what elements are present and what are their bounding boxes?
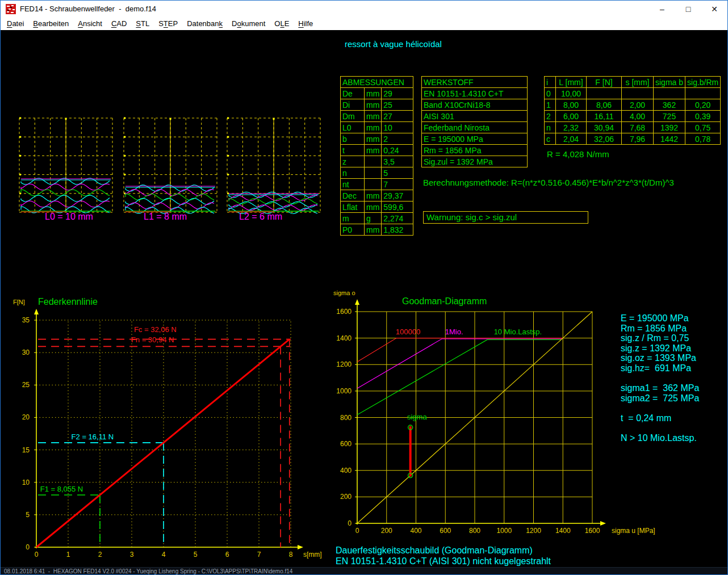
minimize-button[interactable]: – bbox=[649, 1, 675, 18]
calc-value-line bbox=[621, 403, 699, 413]
svg-text:15: 15 bbox=[22, 446, 30, 454]
spring-drawing-l0 bbox=[19, 118, 112, 212]
svg-text:1400: 1400 bbox=[336, 334, 352, 342]
results-row: c2,0432,067,9614420,78 bbox=[545, 133, 721, 145]
spring-label-l2: L2 = 6 mm bbox=[239, 212, 282, 222]
window-title: FED14 - Schraubenwellfeder - demo.f14 bbox=[20, 5, 156, 13]
maximize-button[interactable]: □ bbox=[675, 1, 701, 18]
client-area: ressort à vague hélicoïdal L0 = 10 mm L1… bbox=[1, 30, 727, 567]
svg-text:1Mio.: 1Mio. bbox=[445, 328, 463, 336]
menu-item-datei[interactable]: Datei bbox=[2, 18, 28, 30]
footer-caption: Dauerfestigkeitsschaubild (Goodman-Diagr… bbox=[336, 545, 551, 566]
svg-text:5: 5 bbox=[26, 511, 30, 519]
svg-text:400: 400 bbox=[340, 467, 352, 475]
abmessungen-row: nt7 bbox=[341, 179, 413, 190]
drawing-heading: ressort à vague hélicoïdal bbox=[345, 39, 442, 49]
svg-text:600: 600 bbox=[440, 527, 451, 535]
abmessungen-row: bmm2 bbox=[341, 133, 413, 145]
calc-value-line: sig.z / Rm = 0,75 bbox=[621, 333, 699, 343]
window-controls: – □ ✕ bbox=[649, 1, 727, 18]
abmessungen-row: Dimm25 bbox=[341, 99, 413, 111]
svg-text:200: 200 bbox=[340, 493, 352, 501]
abmessungen-row: tmm0,24 bbox=[341, 145, 413, 156]
calculation-values: E = 195000 MPaRm = 1856 MPasig.z / Rm = … bbox=[621, 313, 699, 443]
svg-text:0: 0 bbox=[355, 527, 359, 535]
svg-text:1400: 1400 bbox=[555, 527, 571, 535]
calc-value-line: sigma2 = 725 MPa bbox=[621, 393, 699, 404]
spring-drawing-l1 bbox=[124, 118, 217, 212]
abmessungen-row: Lflatmm599,6 bbox=[341, 202, 413, 213]
menu-item-datenbank[interactable]: Datenbank bbox=[182, 18, 227, 30]
svg-text:1200: 1200 bbox=[526, 527, 541, 535]
abmessungen-row: P0mm1,832 bbox=[341, 224, 413, 236]
svg-text:1200: 1200 bbox=[336, 360, 352, 368]
svg-text:1000: 1000 bbox=[496, 527, 512, 535]
menu-item-stl[interactable]: STL bbox=[131, 18, 154, 30]
abmessungen-row: mg2,274 bbox=[341, 213, 413, 224]
close-button[interactable]: ✕ bbox=[701, 1, 727, 18]
feder-y-axis-label: F[N] bbox=[13, 299, 25, 305]
spring-label-l1: L1 = 8 mm bbox=[144, 212, 187, 222]
footer-line1: Dauerfestigkeitsschaubild (Goodman-Diagr… bbox=[336, 545, 551, 556]
calc-value-line: sig.hz= 691 MPa bbox=[621, 363, 699, 373]
feder-chart-title: Federkennlinie bbox=[38, 297, 98, 307]
abmessungen-row: n5 bbox=[341, 167, 413, 179]
svg-text:1600: 1600 bbox=[585, 527, 600, 535]
abmessungen-row: z3,5 bbox=[341, 156, 413, 167]
svg-text:800: 800 bbox=[340, 414, 352, 422]
calc-value-line bbox=[621, 373, 699, 384]
svg-text:F2 = 16,11 N: F2 = 16,11 N bbox=[72, 433, 114, 441]
svg-text:600: 600 bbox=[340, 440, 352, 448]
spring-drawing-l2 bbox=[227, 118, 320, 212]
abmessungen-row: Demm29 bbox=[341, 88, 413, 99]
werkstoff-row: AISI 301 bbox=[422, 111, 528, 122]
svg-text:10 Mio.Lastsp.: 10 Mio.Lastsp. bbox=[494, 328, 542, 336]
calculation-method: Berechnungsmethode: R=(n*z*0.516-0.456)*… bbox=[423, 178, 674, 187]
menu-item-ole[interactable]: OLE bbox=[270, 18, 294, 30]
svg-text:7: 7 bbox=[257, 551, 261, 559]
menu-item-ansicht[interactable]: Ansicht bbox=[73, 18, 107, 30]
calc-value-line: sig.oz = 1393 MPa bbox=[621, 353, 699, 363]
werkstoff-row: Band X10CrNi18-8 bbox=[422, 99, 528, 111]
results-row: 18,008,062,003620,20 bbox=[545, 99, 721, 111]
werkstoff-row: Sig.zul = 1392 MPa bbox=[422, 156, 528, 167]
svg-text:100000: 100000 bbox=[396, 328, 420, 336]
svg-text:5: 5 bbox=[194, 551, 198, 559]
svg-text:400: 400 bbox=[410, 527, 421, 535]
svg-text:0: 0 bbox=[348, 519, 352, 527]
menu-item-dokument[interactable]: Dokument bbox=[227, 18, 270, 30]
svg-text:30: 30 bbox=[22, 349, 30, 356]
calc-value-line: N > 10 Mio.Lastsp. bbox=[621, 433, 699, 443]
menu-item-bearbeiten[interactable]: Bearbeiten bbox=[28, 18, 73, 30]
calc-value-line: sig.z = 1392 MPa bbox=[621, 343, 699, 354]
results-row: 26,0016,114,007250,39 bbox=[545, 111, 721, 122]
werkstoff-row: EN 10151-1.4310 C+T bbox=[422, 88, 528, 99]
svg-text:10: 10 bbox=[22, 479, 30, 486]
status-bar: 08.01.2018 6:41 - HEXAGON FED14 V2.0 #00… bbox=[1, 567, 727, 575]
app-window: FED14 - Schraubenwellfeder - demo.f14 – … bbox=[0, 0, 728, 575]
results-table: iL [mm]F [N]s [mm]sigma bsig.b/Rm010,001… bbox=[544, 76, 721, 145]
calc-value-line: t = 0,24 mm bbox=[621, 413, 699, 423]
menu-item-hilfe[interactable]: Hilfe bbox=[294, 18, 317, 30]
svg-text:25: 25 bbox=[22, 381, 30, 389]
svg-text:8: 8 bbox=[289, 551, 293, 559]
results-row: 010,00 bbox=[545, 88, 721, 99]
results-row: n2,3230,947,6813920,75 bbox=[545, 122, 721, 133]
svg-text:0: 0 bbox=[26, 543, 30, 551]
menu-item-step[interactable]: STEP bbox=[154, 18, 182, 30]
app-icon bbox=[6, 4, 16, 14]
svg-text:35: 35 bbox=[22, 316, 30, 324]
svg-text:Fn = 30,94 N: Fn = 30,94 N bbox=[131, 335, 174, 344]
svg-text:1600: 1600 bbox=[336, 308, 352, 316]
svg-text:20: 20 bbox=[22, 413, 30, 421]
werkstoff-title: WERKSTOFF bbox=[422, 77, 528, 88]
svg-text:6: 6 bbox=[225, 551, 229, 559]
svg-text:200: 200 bbox=[381, 527, 392, 535]
spring-label-l0: L0 = 10 mm bbox=[45, 212, 93, 222]
svg-text:0: 0 bbox=[35, 551, 39, 559]
menu-item-cad[interactable]: CAD bbox=[107, 18, 131, 30]
svg-text:3: 3 bbox=[130, 551, 134, 559]
calc-value-line: E = 195000 MPa bbox=[621, 313, 699, 324]
title-bar: FED14 - Schraubenwellfeder - demo.f14 – … bbox=[1, 1, 727, 18]
calc-value-line bbox=[621, 423, 699, 434]
